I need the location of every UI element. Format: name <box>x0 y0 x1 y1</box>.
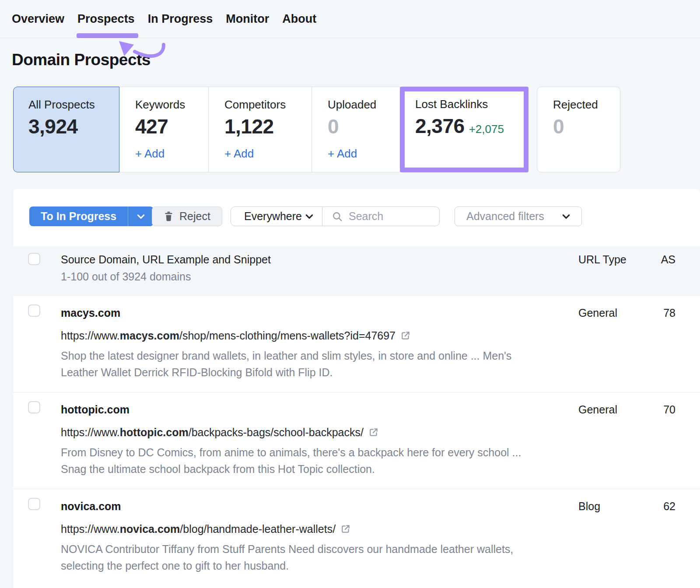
row-snippet: Shop the latest designer brand wallets, … <box>61 347 549 381</box>
card-delta-badge: +2,075 <box>469 122 504 136</box>
card-value: 0 <box>328 115 339 138</box>
domain-prospects-page: Overview Prospects In Progress Monitor A… <box>0 0 700 588</box>
header-source-domain: Source Domain, URL Example and Snippet <box>61 252 271 267</box>
card-all-prospects[interactable]: All Prospects 3,924 <box>13 87 119 172</box>
row-url: https://www.novica.com/blog/handmade-lea… <box>61 522 336 536</box>
reject-label: Reject <box>179 210 210 223</box>
row-as-score: 78 <box>663 306 676 319</box>
advanced-filters-button[interactable]: Advanced filters <box>455 206 582 226</box>
row-domain: novica.com <box>61 500 549 513</box>
row-snippet: From Disney to DC Comics, from anime to … <box>61 444 549 477</box>
row-domain: macys.com <box>61 306 549 319</box>
tab-about[interactable]: About <box>282 10 316 27</box>
trash-icon <box>164 211 174 222</box>
card-value: 2,376 <box>415 115 465 137</box>
scope-and-search-group: Everywhere <box>231 206 440 226</box>
table-row: hottopic.com https://www.hottopic.com/ba… <box>13 392 700 489</box>
card-lost-backlinks-highlighted[interactable]: Lost Backlinks 2,376 +2,075 <box>400 87 528 172</box>
row-domain: hottopic.com <box>61 403 549 416</box>
table-row: novica.com https://www.novica.com/blog/h… <box>13 489 700 586</box>
prospects-underline-highlight <box>77 33 138 38</box>
header-as: AS <box>661 252 676 267</box>
chevron-down-icon <box>137 214 145 219</box>
tab-overview[interactable]: Overview <box>12 10 64 27</box>
header-url-type: URL Type <box>578 252 626 267</box>
to-in-progress-button[interactable]: To In Progress <box>29 206 154 226</box>
row-checkbox[interactable] <box>28 401 40 413</box>
card-label: Rejected <box>553 98 611 111</box>
card-rejected[interactable]: Rejected 0 <box>537 87 620 172</box>
to-in-progress-label: To In Progress <box>29 206 128 226</box>
top-nav: Overview Prospects In Progress Monitor A… <box>12 10 316 27</box>
add-competitors-link[interactable]: + Add <box>224 147 303 161</box>
row-url: https://www.macys.com/shop/mens-clothing… <box>61 329 396 342</box>
card-label: All Prospects <box>28 98 110 111</box>
row-url-type: General <box>578 403 617 416</box>
card-label: Lost Backlinks <box>415 98 519 110</box>
row-as-score: 70 <box>663 403 676 416</box>
tab-in-progress[interactable]: In Progress <box>148 10 213 27</box>
card-uploaded[interactable]: Uploaded 0 + Add <box>312 87 400 172</box>
external-link-icon[interactable] <box>341 524 350 534</box>
search-input[interactable] <box>349 210 436 223</box>
card-value: 0 <box>553 115 564 138</box>
row-checkbox[interactable] <box>28 304 40 317</box>
add-uploaded-link[interactable]: + Add <box>328 147 391 161</box>
row-snippet: NOVICA Contributor Tiffany from Stuff Pa… <box>61 541 549 574</box>
row-url: https://www.hottopic.com/backpacks-bags/… <box>61 426 364 439</box>
table-header: Source Domain, URL Example and Snippet 1… <box>13 246 700 296</box>
card-competitors[interactable]: Competitors 1,122 + Add <box>208 87 312 172</box>
row-as-score: 62 <box>663 500 676 513</box>
card-value: 3,924 <box>28 115 78 138</box>
external-link-icon[interactable] <box>401 331 410 340</box>
card-label: Competitors <box>224 98 303 111</box>
prospects-panel: To In Progress Reject <box>13 189 700 588</box>
card-keywords[interactable]: Keywords 427 + Add <box>119 87 209 172</box>
row-url-type: General <box>578 306 617 319</box>
search-icon <box>332 211 343 222</box>
select-all-checkbox[interactable] <box>28 253 40 265</box>
scope-selected-value: Everywhere <box>244 210 302 223</box>
card-value: 1,122 <box>224 115 274 138</box>
search-box <box>322 207 439 226</box>
annotation-arrow-icon <box>112 38 169 61</box>
card-label: Uploaded <box>328 98 391 111</box>
scope-dropdown[interactable]: Everywhere <box>231 207 322 226</box>
row-checkbox[interactable] <box>28 498 40 510</box>
tab-prospects[interactable]: Prospects <box>77 10 135 27</box>
chevron-down-icon <box>562 214 570 219</box>
external-link-icon[interactable] <box>369 427 378 437</box>
add-keywords-link[interactable]: + Add <box>135 147 200 161</box>
toolbar: To In Progress Reject <box>13 189 700 246</box>
tab-monitor[interactable]: Monitor <box>226 10 269 27</box>
chevron-down-icon <box>305 214 313 219</box>
header-result-count: 1-100 out of 3924 domains <box>61 269 191 284</box>
card-value: 427 <box>135 115 168 138</box>
card-label: Keywords <box>135 98 200 111</box>
reject-button[interactable]: Reject <box>152 206 222 226</box>
table-row: macys.com https://www.macys.com/shop/men… <box>13 296 700 392</box>
to-in-progress-caret[interactable] <box>128 206 154 226</box>
advanced-filters-label: Advanced filters <box>466 210 544 223</box>
row-url-type: Blog <box>578 500 600 513</box>
